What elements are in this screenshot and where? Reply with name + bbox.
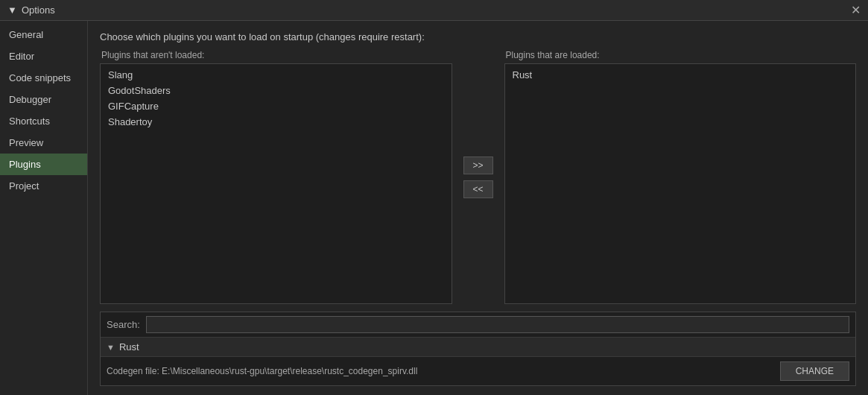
title-bar-left: ▼ Options bbox=[7, 4, 55, 16]
content-header: Choose which plugins you want to load on… bbox=[100, 31, 856, 42]
transfer-buttons: >> << bbox=[452, 50, 504, 304]
sidebar-item-preview[interactable]: Preview bbox=[0, 132, 87, 154]
sidebar-item-general[interactable]: General bbox=[0, 24, 87, 45]
loaded-panel: Plugins that are loaded: Rust bbox=[504, 50, 857, 304]
list-item[interactable]: Shadertoy bbox=[101, 114, 452, 130]
unloaded-plugin-list[interactable]: SlangGodotShadersGIFCaptureShadertoy bbox=[100, 63, 452, 304]
search-label: Search: bbox=[107, 319, 140, 330]
bottom-section: Search: ▼ Rust Codegen file: E:\Miscella… bbox=[100, 312, 856, 386]
sidebar-item-project[interactable]: Project bbox=[0, 175, 87, 197]
plugin-section-header[interactable]: ▼ Rust bbox=[101, 338, 855, 357]
section-arrow: ▼ bbox=[107, 343, 115, 352]
sidebar-item-code-snippets[interactable]: Code snippets bbox=[0, 67, 87, 89]
list-item[interactable]: GIFCapture bbox=[101, 98, 452, 114]
title-bar-arrow: ▼ bbox=[7, 4, 17, 16]
sidebar-item-debugger[interactable]: Debugger bbox=[0, 89, 87, 110]
section-title: Rust bbox=[119, 341, 139, 353]
unloaded-panel-label: Plugins that aren't loaded: bbox=[100, 50, 452, 60]
list-item[interactable]: GodotShaders bbox=[101, 83, 452, 98]
title-bar-title: Options bbox=[22, 4, 55, 16]
close-button[interactable]: ✕ bbox=[851, 4, 861, 16]
sidebar-item-plugins[interactable]: Plugins bbox=[0, 154, 87, 175]
title-bar: ▼ Options ✕ bbox=[0, 0, 868, 21]
change-button[interactable]: CHANGE bbox=[780, 361, 849, 381]
search-row: Search: bbox=[101, 312, 855, 338]
move-right-button[interactable]: >> bbox=[463, 157, 493, 174]
sidebar-item-editor[interactable]: Editor bbox=[0, 45, 87, 67]
list-item[interactable]: Slang bbox=[101, 67, 452, 83]
codegen-file-path: Codegen file: E:\Miscellaneous\rust-gpu\… bbox=[107, 366, 774, 376]
main-layout: GeneralEditorCode snippetsDebuggerShortc… bbox=[0, 21, 868, 395]
move-left-button[interactable]: << bbox=[463, 180, 493, 198]
content-area: Choose which plugins you want to load on… bbox=[88, 21, 868, 395]
unloaded-panel: Plugins that aren't loaded: SlangGodotSh… bbox=[100, 50, 452, 304]
plugin-panels: Plugins that aren't loaded: SlangGodotSh… bbox=[100, 50, 856, 304]
plugin-detail-row: Codegen file: E:\Miscellaneous\rust-gpu\… bbox=[101, 357, 855, 385]
loaded-panel-label: Plugins that are loaded: bbox=[504, 50, 857, 60]
search-input[interactable] bbox=[146, 316, 849, 333]
plugin-section: ▼ Rust Codegen file: E:\Miscellaneous\ru… bbox=[101, 338, 855, 385]
list-item[interactable]: Rust bbox=[505, 67, 856, 83]
loaded-plugin-list[interactable]: Rust bbox=[504, 63, 857, 304]
sidebar: GeneralEditorCode snippetsDebuggerShortc… bbox=[0, 21, 88, 395]
sidebar-item-shortcuts[interactable]: Shortcuts bbox=[0, 110, 87, 132]
